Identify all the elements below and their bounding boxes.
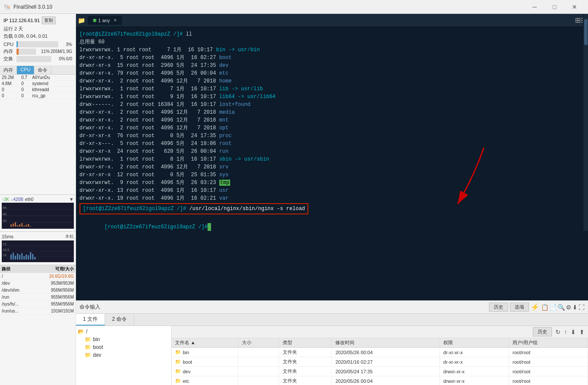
proc-row[interactable]: 29.2M 0.7 AliYunDu [0,75,76,81]
tab-cpu[interactable]: CPU [17,66,34,74]
svg-text:8K: 8K [3,206,7,210]
file-perms: dr-xr-xr-x [439,357,509,367]
maximize-button[interactable]: □ [545,0,565,14]
proc-cpu-4: 0 [21,93,32,98]
file-perms: dr-xr-xr-x [439,348,509,357]
close-button[interactable]: ✕ [565,0,585,14]
disk-path-3: /dev/shm [2,288,28,293]
search-icon[interactable]: 🔍 [558,304,565,311]
disk-row[interactable]: /run/us... 191M/191M [0,308,76,315]
upload-btn-icon[interactable]: ⬆ [579,329,585,336]
disk-path-1: / [2,274,28,279]
proc-mem-2: 4.8M [2,81,21,86]
command-input-field[interactable] [104,304,487,310]
tab-command[interactable]: 命令 [34,66,51,74]
fullscreen-icon[interactable]: ⛶ [578,304,585,311]
svg-rect-26 [19,255,20,260]
history-button[interactable]: 历史 [489,303,508,312]
tree-root-item[interactable]: 📂 / [78,328,169,336]
file-tree: 📂 / 📁 bin 📁 boot 📁 dev [76,326,172,385]
disk-section: 路径 可用/大小 / 16.6G/19.6G /dev 953M/953M /d… [0,265,76,385]
disk-size-1: 16.6G/19.6G [28,274,74,279]
term-line: [root@iZ2ze67ifeuz62igol9apzZ /]# ll [79,30,585,38]
svg-rect-22 [10,254,12,260]
options-button[interactable]: 选项 [510,303,529,312]
disk-size-5: 955M/956M [28,302,74,306]
proc-cpu-2: 0 [21,81,32,86]
folder-icon[interactable]: 📁 [78,17,85,24]
proc-row[interactable]: 0 0 kthreadd [0,87,76,93]
file-type: 文件夹 [279,348,332,357]
disk-row[interactable]: /dev/shm 956M/956M [0,287,76,294]
copy-ip-button[interactable]: 复制 [42,16,56,24]
paste-icon[interactable]: 📄 [549,304,557,311]
file-size [238,367,279,376]
tree-item-bin[interactable]: 📁 bin [78,336,169,343]
settings-icon[interactable]: ⚙ [566,304,571,311]
history-btn[interactable]: 历史 [533,327,552,336]
term-line: drwxr-xr-x. 2 root root 4096 12月 7 2018 … [79,116,585,124]
term-line: dr-xr-xr-x. 5 root root 4096 1月 16 02:27… [79,54,585,62]
scrollbar-thumb[interactable] [584,19,588,45]
run-time: 运行 2 天 [3,26,72,32]
term-line: lrwxrwxrwx. 1 root root 7 1月 16 10:17 bi… [79,46,585,54]
minimize-button[interactable]: ─ [525,0,545,14]
content-area: 📁 1 any ✕ ⊞ ☰ [root@iZ2ze67ifeuz62igol9a… [76,14,588,385]
grid-layout-icon[interactable]: ⊞ [575,16,581,24]
tab-close-icon[interactable]: ✕ [113,18,117,23]
proc-row[interactable]: 4.8M 0 systemd [0,81,76,87]
disk-row[interactable]: / 16.6G/19.6G [0,273,76,280]
svg-text:23: 23 [3,242,7,246]
net-download: ↓420B [11,197,23,202]
net-interface: eth0 [25,197,68,202]
col-type: 类型 [279,338,332,348]
cpu-value: 3% [59,42,72,47]
proc-mem-1: 29.2M [2,75,21,80]
copy-icon[interactable]: 📋 [541,304,548,311]
disk-row[interactable]: /run 955M/956M [0,294,76,301]
tree-item-boot[interactable]: 📁 boot [78,343,169,351]
network-section: ↑3K ↓420B eth0 ▼ 8K 5K 2K [0,194,76,231]
refresh-icon[interactable]: ↻ [555,329,561,336]
svg-rect-33 [34,257,36,260]
download-btn-icon[interactable]: ⬇ [571,329,576,336]
tab-files[interactable]: 1 文件 [76,314,105,326]
svg-rect-6 [10,224,12,227]
disk-row[interactable]: /dev 953M/953M [0,280,76,287]
svg-text:2K: 2K [3,219,7,223]
svg-rect-10 [19,224,20,227]
file-row[interactable]: 📁 etc 文件夹 2020/05/26 00:04 drwxr-xr-x ro… [172,376,588,385]
terminal-tab[interactable]: 1 any ✕ [88,16,122,25]
file-modified: 2020/05/26 00:04 [332,348,439,357]
proc-row[interactable]: 0 0 rcu_gp [0,93,76,99]
load-avg: 负载 0.09, 0.04, 0.01 [3,33,72,39]
col-filename: 文件名 ▲ [172,338,238,348]
app-icon: 🐚 [3,3,11,10]
mem-percent: 11% [37,49,50,54]
bottom-content: 📂 / 📁 bin 📁 boot 📁 dev [76,326,588,385]
disk-table-header: 路径 可用/大小 [0,265,76,273]
svg-rect-31 [30,252,31,260]
terminal-scrollbar[interactable] [583,14,588,231]
tree-label-bin: bin [93,336,100,342]
file-row[interactable]: 📁 bin 文件夹 2020/05/26 00:04 dr-xr-xr-x ro… [172,348,588,357]
file-row[interactable]: 📁 boot 文件夹 2020/01/16 02:27 dr-xr-xr-x r… [172,357,588,367]
col-owner: 用户/用户组 [509,338,588,348]
terminal-output[interactable]: [root@iZ2ze67ifeuz62igol9apzZ /]# ll 总用量… [76,27,588,300]
tree-item-dev[interactable]: 📁 dev [78,351,169,359]
tab-commands[interactable]: 2 命令 [105,314,134,326]
cmd-input-label: 命令输入 [79,303,100,311]
svg-rect-7 [13,224,14,227]
chevron-down-icon[interactable]: ▼ [69,197,74,202]
file-row[interactable]: 📁 dev 文件夹 2020/05/24 17:35 drwxr-xr-x ro… [172,367,588,376]
disk-row[interactable]: /sys/fs/... 955M/956M [0,301,76,308]
file-table-toolbar: 历史 ↻ ↑ ⬇ ⬆ [172,326,588,338]
cpu-bar-fill [17,41,18,47]
upload-icon[interactable]: ↑ [564,329,567,336]
term-line: drwx------. 2 root root 16384 1月 16 10:1… [79,101,585,109]
tab-memory[interactable]: 内存 [0,66,17,74]
highlighted-command: [root@iZ2ze67ifeuz62igol9apzZ /]# /usr/l… [79,203,308,214]
lightning-icon[interactable]: ⚡ [531,303,539,311]
download-icon[interactable]: ⬇ [572,304,578,311]
term-line: lrwxrwxrwx. 1 root root 9 1月 16 10:17 li… [79,93,585,101]
